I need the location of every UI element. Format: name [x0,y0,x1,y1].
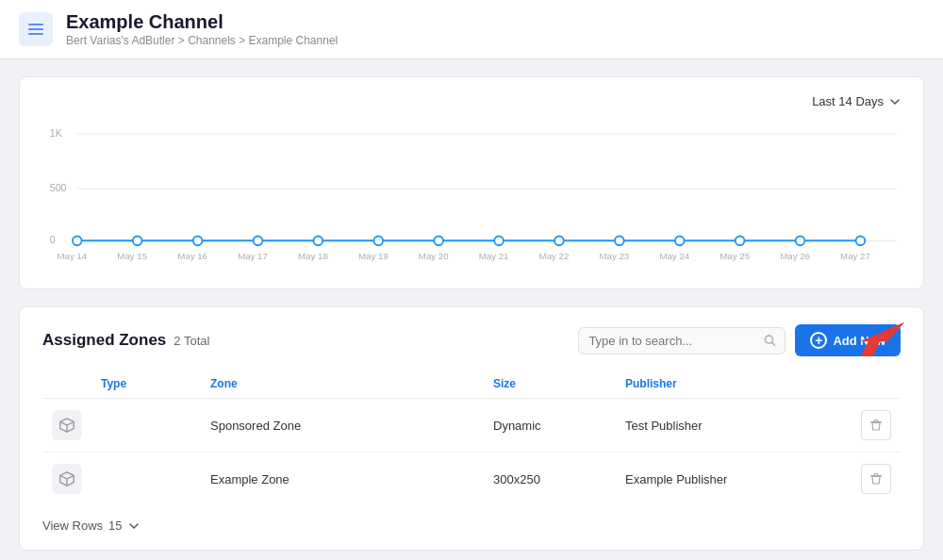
svg-line-49 [878,474,879,476]
svg-text:May 19: May 19 [358,251,389,261]
zones-card: Assigned Zones 2 Total + [19,306,924,551]
add-new-label: Add New [833,334,885,348]
box-icon [58,417,75,434]
breadcrumb: Bert Varias's AdButler > Channels > Exam… [66,34,338,47]
row-icon-cell [42,453,91,506]
svg-point-11 [193,237,203,246]
svg-point-15 [434,237,443,246]
svg-rect-1 [28,28,43,30]
row-type-empty-1 [91,399,201,453]
col-size: Size [484,370,616,399]
zone-type-icon-1 [52,410,82,440]
row-publisher-2: Example Publisher [616,453,852,506]
delete-button-2[interactable] [861,464,891,494]
row-publisher-1: Test Publisher [616,399,852,453]
svg-text:May 26: May 26 [780,251,810,261]
svg-text:May 23: May 23 [600,251,630,261]
menu-icon [26,20,45,39]
col-actions [852,370,901,399]
chart-card: Last 14 Days 1K 500 0 [19,76,924,289]
main-content: Last 14 Days 1K 500 0 [0,59,943,560]
svg-point-9 [73,237,82,246]
zone-type-icon-2 [52,464,82,494]
svg-text:May 15: May 15 [117,251,147,261]
row-zone-name-2: Example Zone [201,453,484,506]
add-new-button[interactable]: + Add New [795,324,901,356]
row-size-1: Dynamic [484,399,616,453]
svg-point-22 [856,237,866,246]
svg-text:May 18: May 18 [298,251,328,261]
svg-text:0: 0 [50,234,56,245]
svg-point-12 [254,237,263,246]
svg-text:May 17: May 17 [238,251,268,261]
chart-area: 1K 500 0 [42,118,901,272]
table-header: Type Zone Size Publisher [42,370,901,399]
table-row: Sponsored Zone Dynamic Test Publisher [42,399,901,453]
col-publisher: Publisher [616,370,852,399]
search-input[interactable] [588,334,757,348]
svg-line-43 [874,420,875,422]
chart-header: Last 14 Days [42,94,901,108]
header-icon [19,12,53,46]
zones-total-badge: 2 Total [174,334,209,348]
row-size-2: 300x250 [484,453,616,506]
svg-text:May 25: May 25 [720,251,750,261]
row-delete-cell-2 [852,453,901,506]
svg-rect-2 [28,33,43,35]
search-icon [764,334,776,347]
search-box[interactable] [578,327,786,354]
table-row: Example Zone 300x250 Example Publisher [42,453,901,506]
svg-point-13 [314,237,323,246]
zones-table: Type Zone Size Publisher [42,370,901,505]
svg-text:May 20: May 20 [419,251,449,261]
svg-point-17 [554,237,564,246]
svg-text:May 16: May 16 [177,251,207,261]
chevron-down-icon [128,520,140,532]
svg-point-16 [494,237,504,246]
row-delete-cell-1 [852,399,901,453]
svg-rect-0 [28,24,43,25]
date-filter-button[interactable]: Last 14 Days [812,94,901,108]
svg-text:May 21: May 21 [479,251,509,261]
page-header: Example Channel Bert Varias's AdButler >… [0,0,943,59]
page-title: Example Channel [66,11,338,33]
view-rows-value: 15 [108,519,122,533]
svg-text:May 14: May 14 [57,251,87,261]
box-icon [58,470,75,487]
svg-text:1K: 1K [50,127,62,139]
row-icon-cell [42,399,91,453]
svg-point-21 [796,237,805,246]
zones-section-header: Assigned Zones 2 Total + [42,324,901,356]
svg-line-38 [771,342,774,345]
trash-icon [869,472,883,486]
col-zone-label: Type [91,370,201,399]
col-zone-name: Zone [201,370,484,399]
header-text: Example Channel Bert Varias's AdButler >… [66,11,338,47]
view-rows-label: View Rows [42,519,103,533]
table-footer[interactable]: View Rows 15 [42,519,901,533]
svg-point-19 [675,237,685,246]
svg-line-48 [874,474,875,476]
svg-point-14 [373,237,383,246]
svg-text:May 27: May 27 [840,251,870,261]
svg-line-44 [878,420,879,422]
line-chart: 1K 500 0 [42,118,901,269]
plus-circle-icon: + [810,332,827,349]
col-type [42,370,91,399]
zones-title-group: Assigned Zones 2 Total [42,331,209,350]
table-body: Sponsored Zone Dynamic Test Publisher [42,399,901,506]
row-type-empty-2 [91,453,201,506]
zones-actions: + Add New [578,324,901,356]
zones-title: Assigned Zones [42,331,166,350]
trash-icon [869,419,883,432]
row-zone-name-1: Sponsored Zone [201,399,484,453]
date-filter-label: Last 14 Days [812,94,884,108]
delete-button-1[interactable] [861,410,891,440]
svg-text:May 24: May 24 [659,251,689,261]
svg-text:500: 500 [50,182,67,193]
svg-point-20 [736,237,745,246]
svg-text:May 22: May 22 [539,251,570,261]
svg-point-10 [133,237,142,246]
chevron-down-icon [889,96,901,107]
svg-point-18 [615,237,624,246]
